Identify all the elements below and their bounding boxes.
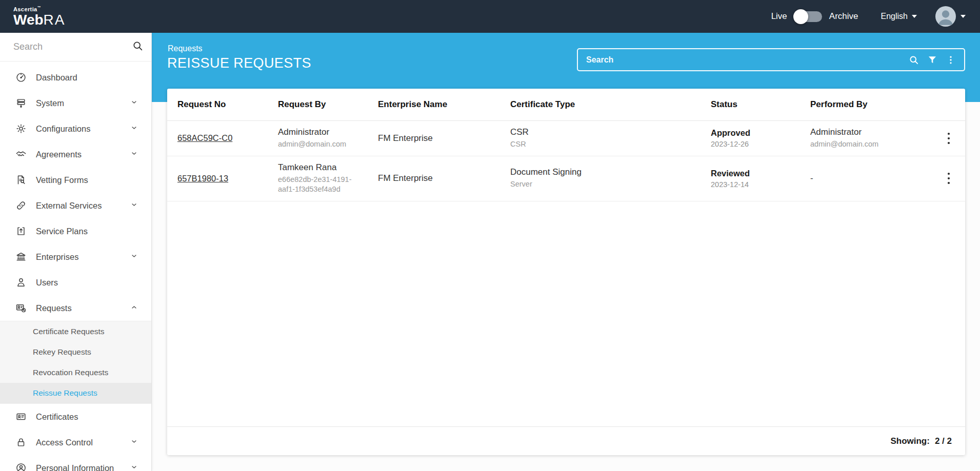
sidebar-nav: Dashboard System Configurations Agreemen… [0,62,151,471]
cell-request-no: 657B1980-13 [177,174,278,183]
request-no-link[interactable]: 657B1980-13 [177,174,228,183]
handshake-icon [15,149,27,160]
enterprise-name: FM Enterprise [378,173,496,183]
column-header-certificate-type: Certificate Type [510,99,711,110]
performed-by-name: - [810,173,928,183]
cell-request-by: Tamkeen Rana e66e82db-2e31-4191-aaf1-1f3… [278,162,378,195]
sidebar-item-external-services[interactable]: External Services [0,193,151,218]
trademark: ™ [37,6,41,9]
user-icon [15,277,27,288]
sidebar: Dashboard System Configurations Agreemen… [0,33,152,471]
cell-enterprise-name: FM Enterprise [378,133,510,144]
search-icon[interactable] [909,55,919,65]
user-menu[interactable] [935,6,966,27]
cell-performed-by: Administrator admin@domain.com [810,127,943,150]
sidebar-item-users[interactable]: Users [0,270,151,295]
live-label: Live [771,11,787,22]
request-by-email: admin@domain.com [278,139,364,150]
sidebar-subitem-reissue-requests[interactable]: Reissue Requests [0,383,151,403]
status-value: Approved [711,128,796,138]
kebab-menu-icon[interactable] [946,55,956,65]
performed-by-email: admin@domain.com [810,139,928,150]
avatar[interactable] [935,6,956,27]
status-date: 2023-12-26 [711,140,796,148]
sidebar-item-label: Certificates [36,412,138,422]
language-label: English [881,12,908,21]
column-header-status: Status [711,99,810,110]
cell-status: Reviewed 2023-12-14 [711,169,810,189]
filter-icon[interactable] [927,55,937,65]
enterprise-name: FM Enterprise [378,133,496,144]
speedometer-icon [15,72,27,83]
sidebar-search [0,33,151,62]
chevron-down-icon [130,463,138,471]
sidebar-item-dashboard[interactable]: Dashboard [0,65,151,90]
table-search-input[interactable] [586,55,901,65]
toggle-knob[interactable] [793,9,808,24]
sidebar-search-input[interactable] [13,42,132,52]
person-circle-icon [15,462,27,471]
column-header-request-by: Request By [278,99,378,110]
sidebar-item-label: Service Plans [36,227,138,236]
search-icon[interactable] [132,40,143,53]
table-footer: Showing: 2 / 2 [167,426,965,455]
chevron-down-icon [130,150,138,159]
sidebar-item-system[interactable]: System [0,90,151,116]
sidebar-item-label: Vetting Forms [36,175,138,185]
row-actions-kebab-icon[interactable] [944,170,953,187]
request-by-id: e66e82db-2e31-4191-aaf1-1f3d53ef4a9d [278,175,364,195]
chevron-down-icon [912,15,917,18]
breadcrumb: Requests [168,44,203,53]
certificate-icon [15,411,27,422]
link-icon [15,200,27,211]
live-archive-toggle[interactable] [794,11,822,22]
request-card-icon [15,302,27,314]
chevron-down-icon [961,15,966,18]
chevron-down-icon [130,201,138,211]
chevron-down-icon [130,252,138,262]
column-header-request-no: Request No [177,99,278,110]
cell-request-no: 658AC59C-C0 [177,133,278,143]
showing-value: 2 / 2 [935,436,952,446]
sidebar-item-requests[interactable]: Requests [0,295,151,321]
document-search-icon [15,174,27,186]
sidebar-item-vetting-forms[interactable]: Vetting Forms [0,167,151,193]
sidebar-item-configurations[interactable]: Configurations [0,116,151,141]
sidebar-item-label: Dashboard [36,73,138,83]
bank-icon [15,251,27,262]
requests-table-card: Request No Request By Enterprise Name Ce… [167,89,965,455]
sidebar-item-label: Enterprises [36,252,130,262]
row-actions-kebab-icon[interactable] [944,130,953,147]
sidebar-subitem-certificate-requests[interactable]: Certificate Requests [0,321,151,342]
requests-submenu: Certificate Requests Rekey Requests Revo… [0,321,151,404]
table-header-row: Request No Request By Enterprise Name Ce… [167,89,965,121]
sidebar-item-certificates[interactable]: Certificates [0,404,151,429]
request-by-name: Administrator [278,127,364,137]
certificate-type-sub: CSR [510,139,696,150]
sidebar-item-access-control[interactable]: Access Control [0,429,151,455]
sidebar-item-enterprises[interactable]: Enterprises [0,244,151,270]
request-no-link[interactable]: 658AC59C-C0 [177,133,232,142]
brand-product: WebRA [13,13,66,27]
app-logo[interactable]: Ascertia™ WebRA [13,6,66,28]
sidebar-subitem-rekey-requests[interactable]: Rekey Requests [0,342,151,362]
table-search-bar [577,48,965,71]
sidebar-item-label: External Services [36,201,130,211]
certificate-type: CSR [510,127,696,137]
chevron-up-icon [130,303,138,313]
sidebar-subitem-revocation-requests[interactable]: Revocation Requests [0,362,151,383]
cell-enterprise-name: FM Enterprise [378,173,510,183]
status-date: 2023-12-14 [711,180,796,189]
sidebar-item-personal-information[interactable]: Personal Information [0,455,151,471]
cell-status: Approved 2023-12-26 [711,128,810,148]
cell-performed-by: - [810,173,943,183]
lock-icon [15,437,27,448]
archive-label: Archive [829,11,858,22]
sidebar-item-agreements[interactable]: Agreements [0,141,151,167]
table-row: 657B1980-13 Tamkeen Rana e66e82db-2e31-4… [167,156,965,201]
status-value: Reviewed [711,169,796,178]
language-menu[interactable]: English [881,12,917,21]
sidebar-item-label: Agreements [36,150,130,159]
sidebar-item-label: Configurations [36,124,130,134]
sidebar-item-service-plans[interactable]: Service Plans [0,218,151,244]
